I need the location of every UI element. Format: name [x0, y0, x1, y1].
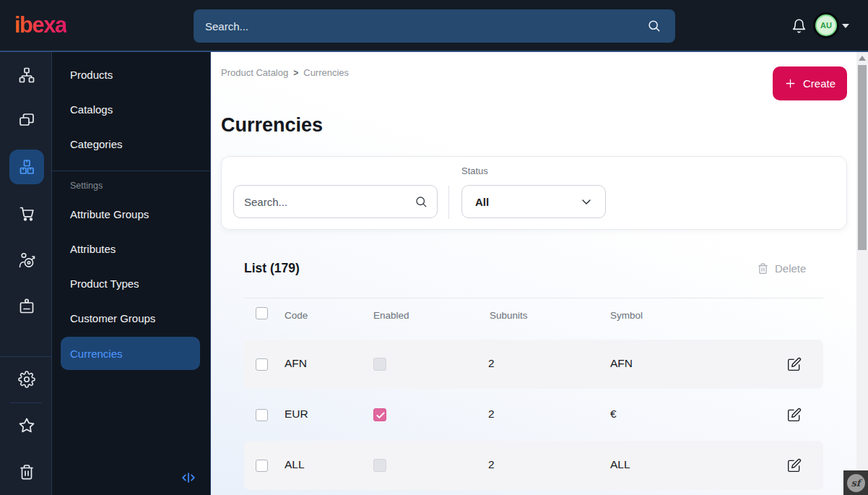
- filter-card: Status All: [221, 156, 847, 230]
- product-catalog-active-tile[interactable]: [9, 150, 44, 184]
- sidebar-section-label: Settings: [70, 181, 103, 191]
- status-select[interactable]: All: [461, 185, 606, 218]
- settings-gear-icon[interactable]: [18, 371, 35, 388]
- symbol-cell: ALL: [610, 458, 630, 471]
- row-select-checkbox[interactable]: [256, 460, 268, 472]
- list-search-input[interactable]: [233, 185, 438, 218]
- enabled-checkbox[interactable]: [373, 358, 386, 371]
- sidebar-item-catalogs[interactable]: Catalogs: [70, 103, 200, 118]
- breadcrumb-separator: >: [293, 68, 298, 78]
- user-avatar[interactable]: AU: [815, 14, 837, 36]
- list-title: List (179): [244, 261, 300, 276]
- subunits-cell: 2: [488, 408, 495, 421]
- enabled-checkbox[interactable]: [373, 459, 386, 472]
- column-header-symbol: Symbol: [610, 310, 643, 321]
- user-menu-caret-icon[interactable]: [842, 24, 849, 28]
- sidebar-item-product-types[interactable]: Product Types: [70, 277, 200, 292]
- list-divider: [244, 298, 823, 298]
- plus-icon: [784, 77, 797, 90]
- symbol-cell: €: [610, 408, 617, 421]
- global-search: [194, 9, 675, 43]
- row-select-checkbox[interactable]: [256, 358, 268, 371]
- checkmark-icon: [376, 410, 386, 421]
- sidebar-item-currencies[interactable]: Currencies: [61, 337, 200, 370]
- symbol-cell: AFN: [610, 357, 633, 370]
- bookmarks-star-icon[interactable]: [18, 417, 35, 434]
- customer-badge-icon[interactable]: [18, 298, 35, 315]
- personalization-icon[interactable]: [18, 251, 35, 269]
- delete-button[interactable]: Delete: [757, 262, 806, 275]
- create-button-label: Create: [803, 77, 836, 90]
- breadcrumb-current: Currencies: [303, 67, 349, 78]
- global-search-input[interactable]: [194, 9, 675, 43]
- table-row: AFN 2 AFN: [244, 340, 823, 389]
- select-all-checkbox[interactable]: [256, 307, 268, 319]
- subunits-cell: 2: [488, 357, 495, 370]
- subunits-cell: 2: [488, 458, 495, 471]
- search-icon[interactable]: [647, 19, 661, 33]
- chevron-down-icon: [579, 194, 594, 209]
- trash-icon: [757, 262, 769, 275]
- top-bar: ibexa AU: [0, 0, 868, 52]
- scrollbar-up-arrow-icon[interactable]: [859, 56, 866, 61]
- ibexa-logo[interactable]: ibexa: [14, 12, 66, 38]
- table-row: ALL 2 ALL: [244, 441, 823, 490]
- rail-divider-short: [10, 403, 42, 403]
- code-cell: AFN: [285, 357, 307, 370]
- status-select-value: All: [475, 196, 579, 208]
- edit-icon[interactable]: [787, 457, 803, 473]
- filter-divider: [448, 186, 449, 219]
- product-catalog-icon: [18, 158, 35, 176]
- edit-icon[interactable]: [787, 407, 803, 423]
- edit-icon[interactable]: [787, 356, 803, 372]
- breadcrumb: Product Catalog>Currencies: [221, 67, 349, 78]
- enabled-checkbox[interactable]: [373, 408, 386, 421]
- code-cell: ALL: [285, 458, 305, 471]
- symfony-logo-icon: sf: [847, 474, 865, 492]
- rail-divider: [0, 356, 52, 357]
- create-button[interactable]: Create: [773, 66, 847, 100]
- cart-icon[interactable]: [18, 205, 35, 222]
- table-body: AFN 2 AFN EUR 2 € ALL: [244, 340, 823, 491]
- column-header-code: Code: [285, 310, 308, 321]
- collapse-sidebar-icon[interactable]: [181, 470, 196, 486]
- sidebar-divider: [52, 171, 211, 171]
- table-row: EUR 2 €: [244, 390, 823, 439]
- delete-button-label: Delete: [775, 262, 806, 275]
- status-label: Status: [461, 165, 488, 176]
- page-title: Currencies: [221, 114, 323, 137]
- sidebar-item-label: Currencies: [70, 348, 123, 360]
- sidebar-item-attributes[interactable]: Attributes: [70, 243, 200, 257]
- sidebar-item-products[interactable]: Products: [70, 69, 200, 83]
- row-select-checkbox[interactable]: [256, 409, 268, 421]
- list-search: [233, 185, 438, 218]
- vertical-scrollbar[interactable]: [856, 52, 868, 495]
- notifications-bell-icon[interactable]: [791, 18, 807, 34]
- sidebar-item-customer-groups[interactable]: Customer Groups: [70, 312, 200, 327]
- symfony-profiler-badge[interactable]: sf: [843, 470, 868, 495]
- code-cell: EUR: [285, 408, 308, 421]
- pages-icon[interactable]: [18, 111, 35, 129]
- content-tree-icon[interactable]: [18, 66, 35, 84]
- search-icon[interactable]: [415, 195, 428, 208]
- main-content: Product Catalog>Currencies Create Curren…: [211, 52, 868, 495]
- sidebar-item-attribute-groups[interactable]: Attribute Groups: [70, 208, 200, 223]
- table-header: Code Enabled Subunits Symbol: [244, 307, 823, 332]
- column-header-subunits: Subunits: [490, 310, 528, 321]
- column-header-enabled: Enabled: [373, 310, 409, 321]
- sidebar-item-categories[interactable]: Categories: [70, 138, 200, 152]
- breadcrumb-parent[interactable]: Product Catalog: [221, 67, 288, 78]
- icon-sidebar: [0, 52, 52, 495]
- secondary-sidebar: Products Catalogs Categories Settings At…: [52, 52, 211, 495]
- trash-bin-icon[interactable]: [18, 463, 35, 481]
- scrollbar-thumb[interactable]: [858, 65, 867, 250]
